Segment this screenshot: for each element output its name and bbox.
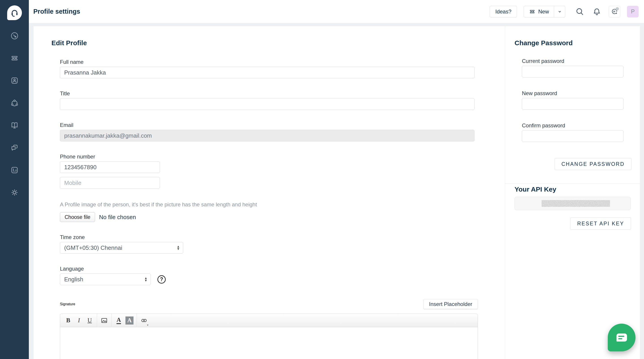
full-name-label: Full name [60,59,505,65]
tickets-icon [10,54,19,63]
reports-icon [10,166,19,175]
profile-image-upload: Choose file No file chosen [60,212,505,222]
title-input[interactable] [60,98,474,110]
time-zone-group: Time zone (GMT+05:30) Chennai ▲▼ [60,234,505,254]
edit-profile-section: Edit Profile Full name Title Email Phone… [34,26,505,359]
obscured-api-key [542,200,610,207]
insert-link-icon [140,317,148,324]
bold-button[interactable]: B [63,315,73,325]
email-group: Email [60,122,505,141]
ideas-button[interactable]: Ideas? [490,6,517,18]
confirm-password-group: Confirm password [522,122,640,142]
language-label: Language [60,266,505,272]
change-password-heading: Change Password [514,39,640,47]
profile-card: Edit Profile Full name Title Email Phone… [34,26,640,359]
file-chosen-text: No file chosen [99,214,136,221]
search-button[interactable] [575,7,585,17]
sidebar-item-solutions[interactable] [0,114,29,137]
font-color-button[interactable]: A [114,315,124,325]
phone-group: Phone number [60,154,505,189]
language-group: Language English ▲▼ ? [60,266,505,285]
sidebar-item-customers[interactable] [0,92,29,114]
contacts-icon [10,76,19,85]
current-password-group: Current password [522,58,640,78]
api-key-field [514,197,631,210]
admin-gear-icon [10,188,19,197]
sidebar [0,0,29,359]
chevron-down-icon [557,9,562,14]
notification-dot [616,7,619,11]
change-password-button[interactable]: CHANGE PASSWORD [554,158,632,170]
reset-api-key-button[interactable]: RESET API KEY [570,218,631,230]
chat-bubble-icon [616,333,627,341]
signature-editor: B I U [60,313,478,359]
mobile-input[interactable] [60,177,160,189]
chat-widget-button[interactable] [608,324,636,351]
topbar: Profile settings Ideas? New [29,0,644,23]
language-help-icon[interactable]: ? [158,275,166,284]
background-color-glyph: A [126,316,134,324]
account-security-panel: Change Password Current password New pas… [505,26,640,359]
new-button[interactable]: New [524,6,554,17]
time-zone-value: (GMT+05:30) Chennai [64,244,122,251]
new-dropdown-toggle[interactable] [554,6,565,17]
email-label: Email [60,122,505,128]
notifications-bell-icon [592,7,602,16]
color-group: A A [112,314,137,327]
new-password-input[interactable] [522,98,624,110]
ticket-icon [529,8,536,15]
sidebar-nav [0,25,29,204]
choose-file-button[interactable]: Choose file [60,212,95,222]
current-password-input[interactable] [522,66,624,78]
full-name-input[interactable] [60,67,474,78]
customers-icon [10,99,19,107]
insert-image-button[interactable] [99,315,109,325]
sidebar-item-forums[interactable] [0,137,29,159]
signature-editor-body[interactable] [60,327,478,359]
topbar-actions: Ideas? New [490,6,639,18]
new-button-label: New [538,9,549,15]
sidebar-item-dashboard[interactable] [0,25,29,47]
select-arrows-icon: ▲▼ [177,245,180,250]
edit-profile-fields: Full name Title Email Phone number [60,59,505,359]
profile-image-hint: A Profile image of the person, it's best… [60,201,505,208]
insert-link-button[interactable]: ▾ [139,315,149,325]
language-select[interactable]: English ▲▼ [60,273,151,285]
dashboard-icon [10,31,19,40]
avatar[interactable]: P [627,6,639,18]
new-password-label: New password [522,90,640,97]
forums-icon [10,143,19,152]
headset-logo-icon [10,8,20,18]
link-caret-icon: ▾ [147,323,148,327]
title-label: Title [60,90,505,97]
editor-toolbar: B I U [60,314,478,327]
whats-new-button[interactable] [609,6,620,18]
api-key-heading: Your API Key [514,186,640,193]
app-logo[interactable] [7,5,22,20]
language-value: English [64,276,83,283]
background-color-button[interactable]: A [124,315,134,325]
page-title: Profile settings [33,8,80,15]
insert-placeholder-button[interactable]: Insert Placeholder [424,299,478,309]
underline-button[interactable]: U [85,315,94,325]
sidebar-item-reports[interactable] [0,159,29,181]
confirm-password-input[interactable] [522,130,624,142]
phone-input[interactable] [60,161,160,173]
solutions-icon [10,121,19,130]
phone-label: Phone number [60,154,505,160]
sidebar-item-contacts[interactable] [0,69,29,92]
select-arrows-icon: ▲▼ [144,277,147,282]
sidebar-item-tickets[interactable] [0,47,29,69]
title-group: Title [60,90,505,110]
time-zone-select[interactable]: (GMT+05:30) Chennai ▲▼ [60,242,183,254]
email-input [60,130,474,141]
new-split-button: New [524,6,565,18]
italic-button[interactable]: I [74,315,84,325]
search-icon [575,7,584,16]
sidebar-item-admin[interactable] [0,181,29,204]
image-group [97,314,112,327]
insert-image-icon [100,317,108,324]
signature-label: Signature [60,302,75,306]
notifications-button[interactable] [592,7,602,17]
current-password-label: Current password [522,58,640,64]
